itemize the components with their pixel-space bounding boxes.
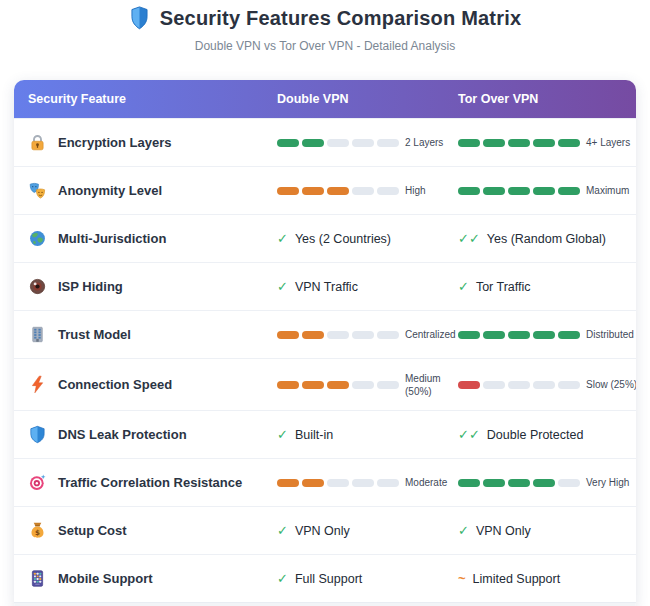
rating-segment-filled	[558, 187, 580, 195]
rating-segment-filled	[558, 139, 580, 147]
table-row: $Setup Cost✓VPN Only✓VPN Only	[14, 506, 636, 554]
rating-segment-filled	[508, 331, 530, 339]
table-header-row: Security Feature Double VPN Tor Over VPN	[14, 80, 636, 118]
rating-segment-filled	[558, 331, 580, 339]
rating-bars	[458, 331, 580, 339]
rating-segment-empty	[377, 139, 399, 147]
lock-icon	[28, 133, 47, 152]
rating-segment-filled	[302, 331, 324, 339]
rating-segment-filled	[458, 381, 480, 389]
feature-cell: Trust Model	[14, 325, 277, 344]
tor-over-vpn-cell: ✓✓Yes (Random Global)	[458, 231, 636, 246]
feature-label: Mobile Support	[58, 571, 153, 586]
table-row: Encryption Layers2 Layers4+ Layers	[14, 118, 636, 166]
feature-cell: Traffic Correlation Resistance	[14, 473, 277, 492]
value-label: Built-in	[295, 428, 333, 442]
rating-segment-filled	[277, 187, 299, 195]
rating-segment-empty	[327, 139, 349, 147]
feature-cell: Mobile Support	[14, 569, 277, 588]
rating-segment-filled	[302, 381, 324, 389]
check-icon: ✓	[458, 279, 469, 294]
rating-segment-empty	[377, 331, 399, 339]
feature-label: Multi-Jurisdiction	[58, 231, 166, 246]
rating-label: Distributed	[586, 329, 634, 340]
feature-label: DNS Leak Protection	[58, 427, 187, 442]
rating-segment-empty	[352, 139, 374, 147]
check-icon: ✓	[277, 427, 288, 442]
rating-segment-empty	[377, 479, 399, 487]
rating-bars	[277, 331, 399, 339]
table-row: Anonymity LevelHighMaximum	[14, 166, 636, 214]
rating-label: Very High	[586, 477, 629, 488]
rating-bars	[277, 381, 399, 389]
feature-cell: Anonymity Level	[14, 181, 277, 200]
feature-cell: DNS Leak Protection	[14, 425, 277, 444]
table-rows: Encryption Layers2 Layers4+ LayersAnonym…	[14, 118, 636, 602]
table-row: Trust ModelCentralizedDistributed	[14, 310, 636, 358]
rating-bars	[458, 479, 580, 487]
page-title: Security Features Comparison Matrix	[160, 7, 522, 30]
rating-label: Slow (25%)	[586, 379, 636, 390]
feature-cell: $Setup Cost	[14, 521, 277, 540]
rating-segment-empty	[508, 381, 530, 389]
feature-label: ISP Hiding	[58, 279, 123, 294]
rating-segment-filled	[483, 187, 505, 195]
rating-segment-empty	[352, 381, 374, 389]
rating-segment-empty	[327, 331, 349, 339]
rating-bars	[458, 139, 580, 147]
feature-cell: Connection Speed	[14, 375, 277, 394]
tor-over-vpn-cell: ~Limited Support	[458, 571, 636, 586]
tor-over-vpn-cell: ✓Tor Traffic	[458, 279, 636, 294]
rating-segment-empty	[352, 479, 374, 487]
column-header-double-vpn: Double VPN	[277, 92, 458, 106]
bolt-icon	[28, 375, 47, 394]
rating-segment-filled	[508, 479, 530, 487]
tor-over-vpn-cell: Distributed	[458, 329, 636, 340]
rating-segment-empty	[533, 381, 555, 389]
table-footer-strip	[14, 602, 636, 606]
check-icon: ✓	[277, 279, 288, 294]
table-row: Connection SpeedMedium (50%)Slow (25%)	[14, 358, 636, 410]
feature-label: Connection Speed	[58, 377, 172, 392]
tor-over-vpn-cell: Slow (25%)	[458, 379, 636, 390]
double-vpn-cell: ✓Yes (2 Countries)	[277, 231, 458, 246]
value-label: Full Support	[295, 572, 362, 586]
tor-over-vpn-cell: Very High	[458, 477, 636, 488]
double-vpn-cell: High	[277, 185, 458, 196]
check-icon: ✓	[277, 523, 288, 538]
table-row: DNS Leak Protection✓Built-in✓✓Double Pro…	[14, 410, 636, 458]
moneybag-icon: $	[28, 521, 47, 540]
check-icon: ✓	[458, 523, 469, 538]
rating-segment-empty	[558, 479, 580, 487]
rating-segment-filled	[277, 381, 299, 389]
rating-segment-filled	[508, 139, 530, 147]
eye-icon	[28, 277, 47, 296]
rating-segment-empty	[352, 187, 374, 195]
rating-segment-filled	[458, 331, 480, 339]
page-subtitle: Double VPN vs Tor Over VPN - Detailed An…	[195, 39, 456, 53]
rating-label: Medium (50%)	[405, 372, 449, 398]
svg-text:$: $	[35, 528, 40, 537]
rating-segment-filled	[302, 479, 324, 487]
shield-icon	[28, 425, 47, 444]
value-label: Limited Support	[473, 572, 561, 586]
check-icon: ✓	[277, 571, 288, 586]
tor-over-vpn-cell: ✓VPN Only	[458, 523, 636, 538]
value-label: Yes (Random Global)	[487, 232, 606, 246]
feature-cell: Multi-Jurisdiction	[14, 229, 277, 248]
rating-segment-filled	[458, 139, 480, 147]
rating-segment-empty	[327, 479, 349, 487]
check-icon: ✓	[277, 231, 288, 246]
rating-segment-filled	[277, 139, 299, 147]
table-row: Mobile Support✓Full Support~Limited Supp…	[14, 554, 636, 602]
tilde-icon: ~	[458, 571, 466, 586]
value-label: Yes (2 Countries)	[295, 232, 391, 246]
rating-bars	[458, 381, 580, 389]
rating-label: 4+ Layers	[586, 137, 630, 148]
tor-over-vpn-cell: ✓✓Double Protected	[458, 427, 636, 442]
double-vpn-cell: Moderate	[277, 477, 458, 488]
rating-label: High	[405, 185, 426, 196]
rating-segment-filled	[533, 139, 555, 147]
table-row: ISP Hiding✓VPN Traffic✓Tor Traffic	[14, 262, 636, 310]
rating-label: Maximum	[586, 185, 629, 196]
